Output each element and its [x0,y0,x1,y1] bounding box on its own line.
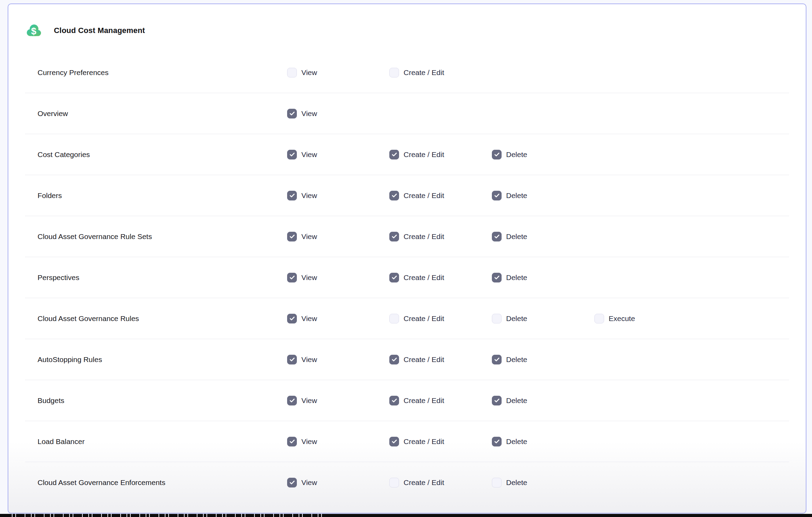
permission-execute[interactable]: Execute [594,314,635,323]
checkbox-checked-icon[interactable] [389,191,399,200]
checkbox-unchecked[interactable] [492,478,502,487]
permission-row: Cost CategoriesViewCreate / EditDelete [25,134,789,175]
permission-create-edit[interactable]: Create / Edit [389,273,444,282]
permission-view[interactable]: View [287,109,317,118]
resource-name: Cost Categories [38,150,90,159]
checkbox-unchecked[interactable] [389,314,399,323]
resource-name: Cloud Asset Governance Enforcements [38,478,165,487]
permission-view[interactable]: View [287,396,317,405]
permission-label: View [301,355,317,364]
permission-view[interactable]: View [287,355,317,364]
permission-label: Delete [506,314,527,323]
permission-row: PerspectivesViewCreate / EditDelete [25,257,789,298]
permission-label: View [301,396,317,405]
permission-view[interactable]: View [287,314,317,323]
permission-create-edit[interactable]: Create / Edit [389,68,444,77]
permission-create-edit[interactable]: Create / Edit [389,150,444,159]
checkbox-checked-icon[interactable] [492,396,502,405]
checkbox-checked-icon[interactable] [492,232,502,241]
permission-view[interactable]: View [287,478,317,487]
resource-name: Perspectives [38,273,79,282]
checkbox-checked-icon[interactable] [492,150,502,159]
permission-label: View [301,68,317,77]
permission-label: Delete [506,437,527,446]
permissions-card: $ Cloud Cost Management Currency Prefere… [8,3,806,514]
permission-label: Create / Edit [404,314,444,323]
permission-label: Create / Edit [404,232,444,241]
checkbox-unchecked[interactable] [594,314,604,323]
permission-create-edit[interactable]: Create / Edit [389,232,444,241]
permission-delete[interactable]: Delete [492,273,527,282]
permission-label: Create / Edit [404,355,444,364]
checkbox-checked-icon[interactable] [389,150,399,159]
checkbox-unchecked[interactable] [492,314,502,323]
permission-create-edit[interactable]: Create / Edit [389,314,444,323]
checkbox-checked-icon[interactable] [492,191,502,200]
permission-label: View [301,109,317,118]
checkbox-unchecked[interactable] [389,478,399,487]
permission-label: View [301,273,317,282]
checkbox-unchecked[interactable] [287,68,297,77]
permission-delete[interactable]: Delete [492,232,527,241]
permissions-table: Currency PreferencesViewCreate / EditOve… [25,52,789,503]
checkbox-checked-icon[interactable] [287,150,297,159]
permission-view[interactable]: View [287,273,317,282]
permission-delete[interactable]: Delete [492,355,527,364]
permission-create-edit[interactable]: Create / Edit [389,478,444,487]
permission-row: Cloud Asset Governance Rule SetsViewCrea… [25,216,789,257]
permission-label: Execute [609,314,635,323]
permission-label: View [301,437,317,446]
permission-delete[interactable]: Delete [492,314,527,323]
permission-delete[interactable]: Delete [492,437,527,446]
permission-view[interactable]: View [287,437,317,446]
permission-label: View [301,150,317,159]
permission-label: Create / Edit [404,191,444,200]
permission-label: View [301,314,317,323]
permission-view[interactable]: View [287,191,317,200]
checkbox-checked-icon[interactable] [287,437,297,446]
permission-delete[interactable]: Delete [492,478,527,487]
checkbox-checked-icon[interactable] [287,232,297,241]
permission-label: Create / Edit [404,437,444,446]
permission-label: Create / Edit [404,273,444,282]
permission-create-edit[interactable]: Create / Edit [389,437,444,446]
permission-delete[interactable]: Delete [492,396,527,405]
permission-label: Create / Edit [404,68,444,77]
checkbox-checked-icon[interactable] [287,478,297,487]
permission-row: AutoStopping RulesViewCreate / EditDelet… [25,339,789,380]
checkbox-checked-icon[interactable] [389,437,399,446]
permission-label: Delete [506,478,527,487]
checkbox-checked-icon[interactable] [492,437,502,446]
checkbox-checked-icon[interactable] [287,314,297,323]
permission-delete[interactable]: Delete [492,150,527,159]
resource-name: AutoStopping Rules [38,355,102,364]
permission-create-edit[interactable]: Create / Edit [389,355,444,364]
checkbox-checked-icon[interactable] [287,191,297,200]
checkbox-checked-icon[interactable] [287,396,297,405]
checkbox-checked-icon[interactable] [492,273,502,282]
checkbox-checked-icon[interactable] [389,355,399,364]
checkbox-checked-icon[interactable] [492,355,502,364]
permission-row: BudgetsViewCreate / EditDelete [25,380,789,421]
permission-delete[interactable]: Delete [492,191,527,200]
checkbox-unchecked[interactable] [389,68,399,77]
checkbox-checked-icon[interactable] [287,109,297,118]
permission-label: Create / Edit [404,478,444,487]
permission-create-edit[interactable]: Create / Edit [389,396,444,405]
checkbox-checked-icon[interactable] [389,232,399,241]
checkbox-checked-icon[interactable] [389,273,399,282]
checkbox-checked-icon[interactable] [287,273,297,282]
permission-view[interactable]: View [287,150,317,159]
checkbox-checked-icon[interactable] [287,355,297,364]
cloud-dollar-icon: $ [25,24,42,38]
permission-view[interactable]: View [287,232,317,241]
permission-label: Delete [506,355,527,364]
permission-create-edit[interactable]: Create / Edit [389,191,444,200]
permission-label: Delete [506,273,527,282]
permission-row: Load BalancerViewCreate / EditDelete [25,421,789,462]
permission-view[interactable]: View [287,68,317,77]
resource-name: Overview [38,109,68,118]
card-header: $ Cloud Cost Management [8,4,806,52]
clipped-next-section-text [0,514,812,517]
checkbox-checked-icon[interactable] [389,396,399,405]
